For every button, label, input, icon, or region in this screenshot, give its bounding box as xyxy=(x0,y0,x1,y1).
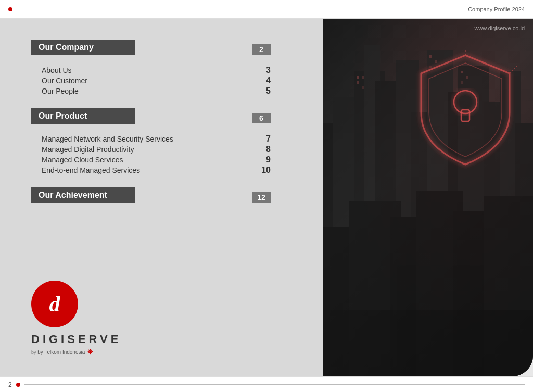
page-num-our-achievement: 12 xyxy=(252,192,271,203)
right-panel: www.digiserve.co.id xyxy=(323,19,533,376)
toc-section-our-company: Our Company 2 About Us 3 Our Customer 4 … xyxy=(31,40,291,96)
svg-line-33 xyxy=(510,66,517,73)
page-num-our-product: 6 xyxy=(252,113,271,123)
left-panel: Our Company 2 About Us 3 Our Customer 4 … xyxy=(0,19,323,376)
svg-rect-15 xyxy=(357,81,359,84)
top-bar-dot xyxy=(8,7,12,11)
toc-section-our-achievement: Our Achievement 12 xyxy=(31,187,291,207)
toc-row-end-to-end: End-to-end Managed Services 10 xyxy=(31,166,271,175)
toc-item-our-people[interactable]: Our People xyxy=(31,87,79,95)
section-header-our-product[interactable]: Our Product xyxy=(31,108,135,124)
top-bar-title: Company Profile 2024 xyxy=(468,6,525,12)
toc-item-managed-network[interactable]: Managed Network and Security Services xyxy=(31,135,173,143)
svg-rect-31 xyxy=(461,110,469,121)
toc-row-about-us: About Us 3 xyxy=(31,66,271,75)
right-panel-url: www.digiserve.co.id xyxy=(474,25,525,31)
svg-rect-29 xyxy=(323,310,533,376)
bottom-page-number: 2 xyxy=(8,381,12,388)
page-num-about-us: 3 xyxy=(252,66,271,75)
page-num-our-people: 5 xyxy=(252,86,271,96)
bottom-bar: 2 xyxy=(0,376,533,392)
page-num-managed-network: 7 xyxy=(252,134,271,144)
svg-rect-13 xyxy=(357,76,359,79)
page-num-managed-digital: 8 xyxy=(252,145,271,154)
page-num-end-to-end: 10 xyxy=(252,166,271,175)
logo-name: DIGISERVE xyxy=(31,333,121,346)
toc-row-our-people: Our People 5 xyxy=(31,86,271,96)
page-num-our-customer: 4 xyxy=(252,76,271,85)
bottom-line xyxy=(24,384,525,385)
toc-row-managed-digital: Managed Digital Productivity 8 xyxy=(31,145,271,154)
toc-item-about-us[interactable]: About Us xyxy=(31,66,72,74)
toc-row-our-customer: Our Customer 4 xyxy=(31,76,271,85)
logo-area: d DIGISERVE by by Telkom Indonesia ❋ xyxy=(31,281,291,356)
section-header-our-achievement[interactable]: Our Achievement xyxy=(31,187,135,203)
toc-row-managed-cloud: Managed Cloud Services 9 xyxy=(31,155,271,165)
toc-item-end-to-end[interactable]: End-to-end Managed Services xyxy=(31,166,140,174)
shield-icon xyxy=(413,50,517,175)
svg-rect-14 xyxy=(362,76,364,79)
toc-row-managed-network: Managed Network and Security Services 7 xyxy=(31,134,271,144)
logo-subtitle: by by Telkom Indonesia ❋ xyxy=(31,348,93,356)
top-bar: Company Profile 2024 xyxy=(0,0,533,19)
section-row-header-our-achievement: Our Achievement 12 xyxy=(31,187,271,207)
section-row-header-our-product: Our Product 6 xyxy=(31,108,271,128)
toc-section-our-product: Our Product 6 Managed Network and Securi… xyxy=(31,108,291,175)
section-row-header-our-company: Our Company 2 xyxy=(31,40,271,59)
main-layout: Our Company 2 About Us 3 Our Customer 4 … xyxy=(0,19,533,376)
logo-circle: d xyxy=(31,281,78,327)
page-num-managed-cloud: 9 xyxy=(252,155,271,165)
toc-content: Our Company 2 About Us 3 Our Customer 4 … xyxy=(31,40,291,270)
top-bar-line xyxy=(17,9,460,9)
svg-rect-16 xyxy=(362,86,364,89)
toc-item-managed-digital[interactable]: Managed Digital Productivity xyxy=(31,145,134,154)
section-header-our-company[interactable]: Our Company xyxy=(31,40,135,55)
bottom-dot xyxy=(16,383,20,387)
toc-item-our-customer[interactable]: Our Customer xyxy=(31,77,87,85)
toc-item-managed-cloud[interactable]: Managed Cloud Services xyxy=(31,156,123,164)
logo-letter: d xyxy=(49,292,60,317)
page-num-our-company: 2 xyxy=(252,44,271,55)
